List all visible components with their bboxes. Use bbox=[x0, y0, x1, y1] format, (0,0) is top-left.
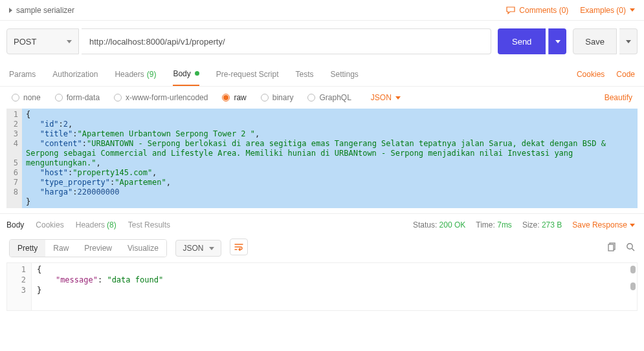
view-visualize[interactable]: Visualize bbox=[120, 240, 166, 257]
expand-icon bbox=[9, 8, 12, 13]
radio-icon bbox=[55, 94, 63, 101]
tab-settings[interactable]: Settings bbox=[331, 62, 359, 86]
search-icon bbox=[626, 242, 635, 251]
examples-label: Examples (0) bbox=[580, 6, 626, 15]
save-response-dropdown[interactable]: Save Response bbox=[572, 220, 635, 229]
comment-icon bbox=[506, 6, 515, 14]
wrap-lines-button[interactable] bbox=[230, 239, 248, 255]
caret-down-icon bbox=[555, 40, 561, 43]
body-type-binary[interactable]: binary bbox=[261, 93, 294, 102]
search-response-button[interactable] bbox=[626, 242, 635, 253]
tab-prerequest[interactable]: Pre-request Script bbox=[216, 62, 279, 86]
send-button[interactable]: Send bbox=[498, 28, 546, 54]
modified-dot-icon bbox=[195, 71, 199, 76]
view-preview[interactable]: Preview bbox=[76, 240, 120, 257]
comments-label: Comments (0) bbox=[519, 6, 568, 15]
tab-params[interactable]: Params bbox=[9, 62, 36, 86]
tab-title[interactable]: sample serializer bbox=[9, 6, 74, 15]
radio-icon bbox=[261, 94, 269, 101]
response-gutter: 123 bbox=[7, 263, 32, 310]
body-type-raw[interactable]: raw bbox=[222, 93, 246, 102]
radio-icon bbox=[222, 94, 230, 101]
response-format-dropdown[interactable]: JSON bbox=[175, 240, 221, 257]
tab-headers[interactable]: Headers(9) bbox=[115, 62, 156, 86]
response-tab-cookies[interactable]: Cookies bbox=[36, 220, 63, 229]
tab-authorization[interactable]: Authorization bbox=[52, 62, 98, 86]
examples-dropdown[interactable]: Examples (0) bbox=[580, 6, 635, 15]
tab-body[interactable]: Body bbox=[173, 62, 199, 86]
request-body-editor[interactable]: 12345678 { "id":2, "title":"Apartemen Ur… bbox=[6, 109, 638, 208]
view-pretty[interactable]: Pretty bbox=[10, 240, 45, 257]
svg-line-3 bbox=[632, 248, 634, 251]
caret-down-icon bbox=[626, 40, 631, 43]
caret-down-icon bbox=[630, 224, 635, 227]
method-label: POST bbox=[14, 37, 36, 47]
save-dropdown[interactable] bbox=[619, 28, 638, 54]
comments-link[interactable]: Comments (0) bbox=[506, 6, 568, 15]
caret-down-icon bbox=[395, 96, 401, 100]
response-view-switch: Pretty Raw Preview Visualize bbox=[9, 239, 167, 257]
method-dropdown[interactable]: POST bbox=[6, 28, 79, 54]
radio-icon bbox=[307, 94, 315, 101]
caret-down-icon bbox=[67, 40, 72, 43]
tab-tests[interactable]: Tests bbox=[295, 62, 313, 86]
body-type-xwww[interactable]: x-www-form-urlencoded bbox=[114, 93, 208, 102]
size-label: Size: 273 B bbox=[522, 220, 562, 229]
svg-rect-1 bbox=[608, 244, 614, 251]
tab-title-text: sample serializer bbox=[16, 6, 74, 15]
response-tab-body[interactable]: Body bbox=[6, 220, 24, 229]
url-input[interactable] bbox=[82, 28, 491, 54]
caret-down-icon bbox=[209, 247, 214, 250]
code-link[interactable]: Code bbox=[616, 70, 635, 79]
request-body-code[interactable]: { "id":2, "title":"Apartemen Urbantown S… bbox=[22, 109, 638, 208]
svg-point-2 bbox=[627, 244, 632, 249]
radio-icon bbox=[12, 94, 19, 101]
scrollbar[interactable] bbox=[630, 266, 636, 273]
line-gutter: 12345678 bbox=[6, 109, 22, 208]
body-format-dropdown[interactable]: JSON bbox=[371, 93, 401, 102]
wrap-icon bbox=[234, 243, 243, 251]
status-label: Status: 200 OK bbox=[413, 220, 465, 229]
copy-response-button[interactable] bbox=[608, 242, 617, 253]
response-body-code[interactable]: { "message": "data found" } bbox=[32, 263, 637, 310]
response-body-editor[interactable]: 123 { "message": "data found" } bbox=[6, 262, 638, 311]
response-tab-testresults[interactable]: Test Results bbox=[128, 220, 170, 229]
send-dropdown[interactable] bbox=[548, 28, 566, 54]
beautify-link[interactable]: Beautify bbox=[605, 93, 632, 102]
body-type-none[interactable]: none bbox=[12, 93, 41, 102]
save-button[interactable]: Save bbox=[573, 28, 617, 54]
response-tab-headers[interactable]: Headers(8) bbox=[76, 220, 117, 229]
body-type-formdata[interactable]: form-data bbox=[55, 93, 100, 102]
caret-down-icon bbox=[630, 8, 635, 12]
time-label: Time: 7ms bbox=[476, 220, 512, 229]
cookies-link[interactable]: Cookies bbox=[577, 70, 605, 79]
body-type-graphql[interactable]: GraphQL bbox=[307, 93, 351, 102]
radio-icon bbox=[114, 94, 122, 101]
scrollbar[interactable] bbox=[630, 282, 636, 290]
copy-icon bbox=[608, 242, 617, 251]
view-raw[interactable]: Raw bbox=[45, 240, 76, 257]
